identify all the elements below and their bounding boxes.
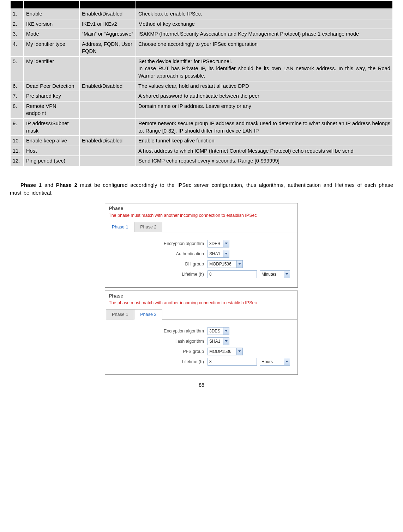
cell-name: Dead Peer Detection (24, 81, 79, 91)
cell-num: 12. (10, 156, 24, 166)
bold-phase1: Phase 1 (20, 182, 42, 188)
enc-select[interactable]: 3DES (207, 327, 229, 335)
cell-name: Pre shared key (24, 91, 79, 101)
table-row: 5.My identifierSet the device identifier… (10, 56, 393, 81)
cell-name: Ping period (sec) (24, 156, 79, 166)
table-row: 11.HostA host address to which ICMP (Int… (10, 146, 393, 156)
cell-value (79, 101, 136, 118)
cell-num: 9. (10, 118, 24, 136)
cell-name: My identifier type (24, 39, 79, 56)
cell-name: Mode (24, 29, 79, 39)
panel-title: Phase (105, 291, 297, 300)
table-row: 4.My identifier typeAddress, FQDN, User … (10, 39, 393, 56)
lifetime-unit-select[interactable]: Hours (260, 358, 290, 366)
hash-label: Hash algorithm (109, 339, 207, 344)
cell-value (79, 56, 136, 81)
table-row: 6.Dead Peer DetectionEnabled/DisabledThe… (10, 81, 393, 91)
cell-expl: Domain name or IP address. Leave empty o… (136, 101, 393, 118)
pfs-label: PFS group (109, 349, 207, 354)
th-num (10, 0, 24, 9)
table-row: 1.EnableEnabled/DisabledCheck box to ena… (10, 9, 393, 19)
lifetime-label: Lifetime (h) (109, 272, 207, 277)
chevron-down-icon (223, 338, 229, 345)
cell-num: 10. (10, 136, 24, 146)
tab-phase2[interactable]: Phase 2 (134, 222, 162, 232)
cell-num: 6. (10, 81, 24, 91)
auth-label: Authentication (109, 251, 207, 256)
cell-expl: Set the device identifier for IPSec tunn… (136, 56, 393, 81)
cell-num: 3. (10, 29, 24, 39)
ipsec-params-table: 1.EnableEnabled/DisabledCheck box to ena… (10, 0, 393, 166)
tab-phase1[interactable]: Phase 1 (106, 222, 134, 232)
cell-value: “Main” or “Aggressive” (79, 29, 136, 39)
chevron-down-icon (284, 271, 290, 278)
table-header-row (10, 0, 393, 9)
th-expl (136, 0, 393, 9)
chevron-down-icon (223, 328, 229, 335)
lifetime-label: Lifetime (h) (109, 359, 207, 364)
lifetime-unit-select[interactable]: Minutes (260, 270, 290, 278)
cell-name: IKE version (24, 19, 79, 29)
th-name (24, 0, 79, 9)
cell-expl: The values clear, hold and restart all a… (136, 81, 393, 91)
tab-phase2[interactable]: Phase 2 (134, 309, 162, 320)
cell-expl: ISAKMP (Internet Security Association an… (136, 29, 393, 39)
cell-num: 7. (10, 91, 24, 101)
lifetime-input[interactable]: 8 (207, 270, 257, 278)
cell-value (79, 91, 136, 101)
phase2-panel: Phase The phase must match with another … (105, 291, 298, 375)
cell-name: Host (24, 146, 79, 156)
cell-value: Address, FQDN, User FQDN (79, 39, 136, 56)
panel-note: The phase must match with another incomi… (105, 212, 297, 221)
cell-value: Enabled/Disabled (79, 9, 136, 19)
th-value (79, 0, 136, 9)
cell-name: Enable (24, 9, 79, 19)
cell-name: Remote VPN endpoint (24, 101, 79, 118)
cell-num: 11. (10, 146, 24, 156)
cell-expl: Choose one accordingly to your IPSec con… (136, 39, 393, 56)
enc-label: Encryption algorithm (109, 329, 207, 334)
table-row: 3.Mode“Main” or “Aggressive”ISAKMP (Inte… (10, 29, 393, 39)
lifetime-input[interactable]: 8 (207, 358, 257, 366)
chevron-down-icon (223, 240, 229, 247)
cell-name: IP address/Subnet mask (24, 118, 79, 136)
table-row: 2.IKE versionIKEv1 or IKEv2Method of key… (10, 19, 393, 29)
cell-expl: A host address to which ICMP (Internet C… (136, 146, 393, 156)
phase1-panel: Phase The phase must match with another … (105, 203, 298, 288)
cell-expl: Send ICMP echo request every x seconds. … (136, 156, 393, 166)
auth-select[interactable]: SHA1 (207, 250, 229, 258)
chevron-down-icon (284, 358, 290, 365)
cell-value (79, 118, 136, 136)
chevron-down-icon (223, 250, 229, 257)
dh-select[interactable]: MODP1536 (207, 260, 243, 268)
hash-select[interactable]: SHA1 (207, 337, 229, 345)
cell-value (79, 156, 136, 166)
cell-num: 4. (10, 39, 24, 56)
table-row: 8.Remote VPN endpointDomain name or IP a… (10, 101, 393, 118)
cell-num: 2. (10, 19, 24, 29)
page-number: 86 (10, 382, 393, 388)
cell-expl: A shared password to authenticate betwee… (136, 91, 393, 101)
cell-num: 8. (10, 101, 24, 118)
panel-note: The phase must match with another incomi… (105, 300, 297, 309)
table-row: 9.IP address/Subnet maskRemote network s… (10, 118, 393, 136)
table-row: 10.Enable keep aliveEnabled/DisabledEnab… (10, 136, 393, 146)
table-row: 12.Ping period (sec)Send ICMP echo reque… (10, 156, 393, 166)
table-row: 7.Pre shared keyA shared password to aut… (10, 91, 393, 101)
panel-title: Phase (105, 203, 297, 212)
cell-expl: Remote network secure group IP address a… (136, 118, 393, 136)
enc-label: Encryption algorithm (109, 241, 207, 246)
cell-name: Enable keep alive (24, 136, 79, 146)
pfs-select[interactable]: MODP1536 (207, 348, 243, 355)
cell-num: 5. (10, 56, 24, 81)
cell-value (79, 146, 136, 156)
enc-select[interactable]: 3DES (207, 240, 229, 247)
cell-name: My identifier (24, 56, 79, 81)
tabs: Phase 1 Phase 2 (106, 309, 297, 320)
cell-expl: Method of key exchange (136, 19, 393, 29)
cell-expl: Check box to enable IPSec. (136, 9, 393, 19)
dh-label: DH group (109, 262, 207, 267)
tab-phase1[interactable]: Phase 1 (106, 309, 134, 320)
chevron-down-icon (236, 348, 242, 355)
cell-value: IKEv1 or IKEv2 (79, 19, 136, 29)
